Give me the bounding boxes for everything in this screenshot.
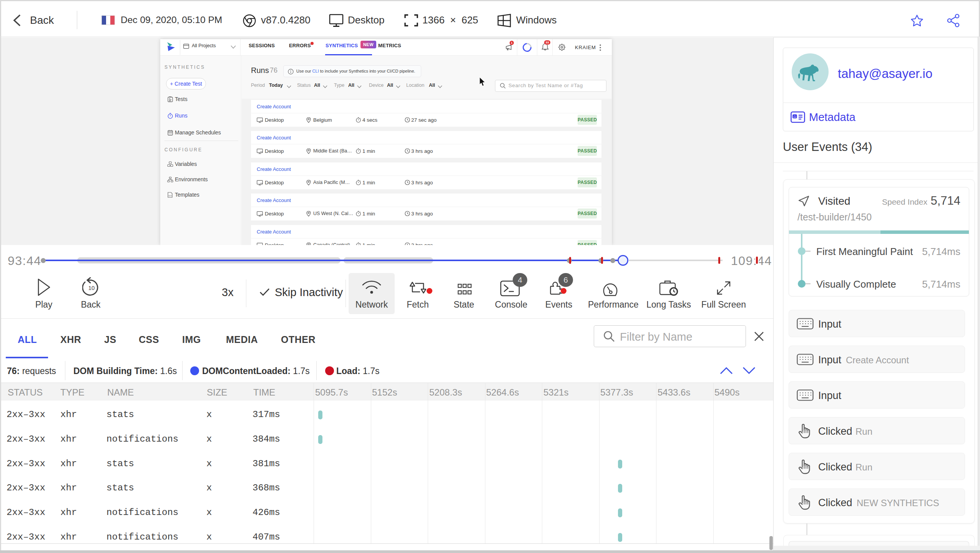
- svg-text:10: 10: [88, 285, 95, 291]
